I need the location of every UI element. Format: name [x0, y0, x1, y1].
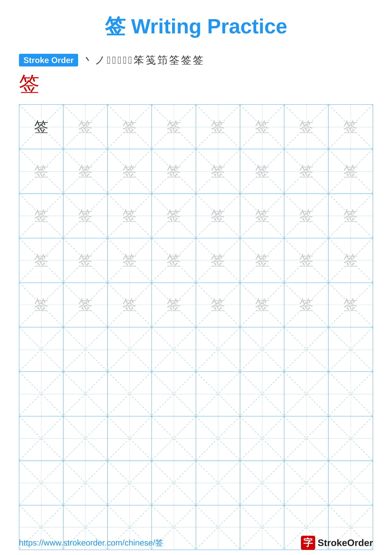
grid-cell-1-1[interactable]: 签 — [19, 105, 64, 149]
svg-line-84 — [108, 327, 151, 371]
grid-cell-8-3[interactable] — [108, 416, 152, 460]
grid-cell-4-2[interactable]: 签 — [64, 238, 107, 282]
grid-cell-1-4[interactable]: 签 — [152, 105, 196, 149]
grid-cell-2-1[interactable]: 签 — [19, 149, 64, 193]
svg-line-142 — [328, 461, 373, 505]
grid-cell-9-4[interactable] — [152, 461, 196, 505]
grid-row-2: 签 签 签 签 签 签 签 签 — [19, 149, 373, 194]
grid-cell-6-6[interactable] — [240, 327, 284, 372]
char-light: 签 — [255, 162, 269, 181]
grid-cell-5-8[interactable]: 签 — [328, 283, 373, 327]
grid-cell-5-2[interactable]: 签 — [64, 283, 107, 327]
svg-line-92 — [284, 327, 328, 371]
grid-cell-3-6[interactable]: 签 — [240, 194, 284, 238]
char-light: 签 — [255, 251, 269, 270]
grid-cell-3-1[interactable]: 签 — [19, 194, 64, 238]
grid-cell-8-2[interactable] — [64, 416, 107, 460]
svg-line-122 — [240, 416, 284, 460]
grid-cell-4-5[interactable]: 签 — [196, 238, 240, 282]
grid-cell-7-1[interactable] — [19, 372, 64, 416]
grid-cell-9-5[interactable] — [196, 461, 240, 505]
grid-cell-7-7[interactable] — [284, 372, 328, 416]
char-light: 签 — [122, 117, 137, 137]
grid-cell-1-7[interactable]: 签 — [284, 105, 328, 149]
svg-line-104 — [196, 372, 240, 416]
grid-cell-5-3[interactable]: 签 — [108, 283, 152, 327]
grid-cell-4-7[interactable]: 签 — [284, 238, 328, 282]
grid-cell-8-1[interactable] — [19, 416, 64, 460]
svg-line-86 — [152, 327, 196, 371]
grid-cell-6-7[interactable] — [284, 327, 328, 372]
grid-cell-9-7[interactable] — [284, 461, 328, 505]
grid-row-4: 签 签 签 签 签 签 签 签 — [19, 238, 373, 283]
grid-cell-1-2[interactable]: 签 — [64, 105, 107, 149]
grid-cell-1-8[interactable]: 签 — [328, 105, 373, 149]
grid-cell-4-8[interactable]: 签 — [328, 238, 373, 282]
grid-cell-2-7[interactable]: 签 — [284, 149, 328, 193]
svg-line-133 — [108, 461, 151, 505]
grid-cell-6-5[interactable] — [196, 327, 240, 372]
svg-line-120 — [196, 416, 240, 460]
grid-cell-8-5[interactable] — [196, 416, 240, 460]
svg-line-129 — [19, 461, 63, 505]
grid-cell-9-3[interactable] — [108, 461, 152, 505]
grid-cell-2-5[interactable]: 签 — [196, 149, 240, 193]
grid-cell-7-3[interactable] — [108, 372, 152, 416]
grid-cell-8-8[interactable] — [328, 416, 373, 460]
grid-cell-5-6[interactable]: 签 — [240, 283, 284, 327]
grid-cell-8-7[interactable] — [284, 416, 328, 460]
grid-cell-3-8[interactable]: 签 — [328, 194, 373, 238]
svg-line-141 — [284, 461, 328, 505]
grid-cell-1-3[interactable]: 签 — [108, 105, 152, 149]
svg-line-95 — [328, 327, 373, 372]
grid-cell-1-6[interactable]: 签 — [240, 105, 284, 149]
grid-cell-7-8[interactable] — [328, 372, 373, 416]
svg-line-136 — [196, 461, 240, 505]
svg-line-103 — [152, 372, 196, 416]
grid-cell-6-3[interactable] — [108, 327, 152, 372]
grid-cell-2-8[interactable]: 签 — [328, 149, 373, 193]
grid-row-8 — [19, 416, 373, 461]
grid-cell-6-2[interactable] — [64, 327, 107, 372]
grid-cell-9-6[interactable] — [240, 461, 284, 505]
grid-cell-5-7[interactable]: 签 — [284, 283, 328, 327]
grid-cell-6-1[interactable] — [19, 327, 64, 372]
grid-cell-4-4[interactable]: 签 — [152, 238, 196, 282]
grid-cell-3-4[interactable]: 签 — [152, 194, 196, 238]
grid-cell-8-6[interactable] — [240, 416, 284, 460]
grid-cell-7-5[interactable] — [196, 372, 240, 416]
grid-cell-2-3[interactable]: 签 — [108, 149, 152, 193]
grid-cell-3-7[interactable]: 签 — [284, 194, 328, 238]
grid-cell-7-6[interactable] — [240, 372, 284, 416]
grid-cell-3-3[interactable]: 签 — [108, 194, 152, 238]
grid-cell-3-2[interactable]: 签 — [64, 194, 107, 238]
grid-cell-9-8[interactable] — [328, 461, 373, 505]
grid-cell-2-4[interactable]: 签 — [152, 149, 196, 193]
grid-cell-9-2[interactable] — [64, 461, 107, 505]
grid-cell-6-4[interactable] — [152, 327, 196, 372]
svg-line-130 — [64, 461, 107, 505]
grid-cell-2-2[interactable]: 签 — [64, 149, 107, 193]
svg-line-109 — [284, 372, 328, 416]
grid-cell-7-4[interactable] — [152, 372, 196, 416]
grid-cell-4-1[interactable]: 签 — [19, 238, 64, 282]
grid-cell-4-6[interactable]: 签 — [240, 238, 284, 282]
svg-line-106 — [240, 372, 284, 416]
grid-cell-8-4[interactable] — [152, 416, 196, 460]
grid-row-7 — [19, 372, 373, 416]
svg-line-126 — [328, 416, 373, 460]
grid-cell-3-5[interactable]: 签 — [196, 194, 240, 238]
grid-cell-9-1[interactable] — [19, 461, 64, 505]
grid-cell-2-6[interactable]: 签 — [240, 149, 284, 193]
grid-cell-1-5[interactable]: 签 — [196, 105, 240, 149]
grid-cell-5-4[interactable]: 签 — [152, 283, 196, 327]
footer-url[interactable]: https://www.strokeorder.com/chinese/签 — [19, 537, 163, 548]
char-light: 签 — [167, 162, 181, 181]
grid-cell-7-2[interactable] — [64, 372, 107, 416]
grid-cell-5-1[interactable]: 签 — [19, 283, 64, 327]
stroke-sequence: 丶 ノ 𠃌 𠄌 𠄎 𠄐 𠄑 笨 笺 笻 筌 签 签 — [83, 53, 203, 67]
grid-cell-4-3[interactable]: 签 — [108, 238, 152, 282]
char-light: 签 — [255, 295, 269, 314]
grid-cell-5-5[interactable]: 签 — [196, 283, 240, 327]
grid-cell-6-8[interactable] — [328, 327, 373, 372]
